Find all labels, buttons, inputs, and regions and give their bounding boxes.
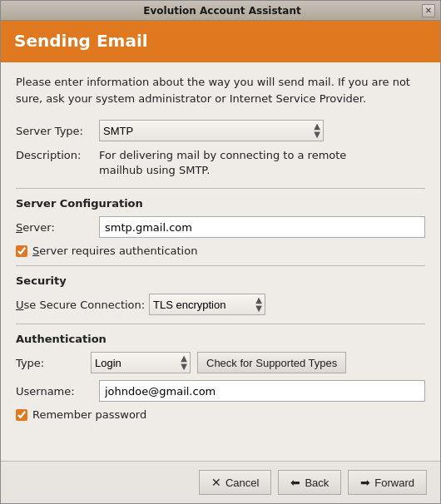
main-window: Evolution Account Assistant ✕ Sending Em… — [0, 0, 441, 504]
remember-label: Remember password — [32, 408, 146, 421]
username-input[interactable] — [99, 380, 425, 402]
header-banner: Sending Email — [1, 21, 440, 62]
window-title: Evolution Account Assistant — [22, 5, 422, 17]
security-select-wrapper: No encryption TLS encryption SSL encrypt… — [149, 294, 265, 315]
forward-button[interactable]: ➡ Forward — [348, 470, 427, 495]
server-label-s-underline: Server: — [16, 221, 55, 234]
auth-type-select-wrapper: Login PLAIN DIGEST-MD5 NTLM ▲▼ — [91, 352, 191, 373]
auth-type-select[interactable]: Login PLAIN DIGEST-MD5 NTLM — [91, 352, 191, 373]
forward-label: Forward — [374, 477, 414, 489]
username-row: Username: — [16, 380, 425, 402]
auth-checkbox-row: Server requires authentication — [16, 245, 425, 257]
forward-icon: ➡ — [360, 476, 370, 489]
auth-type-row: Type: Login PLAIN DIGEST-MD5 NTLM ▲▼ Che… — [16, 352, 425, 373]
security-select[interactable]: No encryption TLS encryption SSL encrypt… — [149, 294, 265, 315]
server-type-select-wrapper: SMTP Sendmail None ▲▼ — [99, 120, 324, 141]
content-area: Please enter information about the way y… — [1, 62, 440, 461]
auth-checkbox[interactable] — [16, 245, 27, 257]
cancel-icon: ✕ — [211, 476, 221, 489]
divider-2 — [16, 265, 425, 266]
description-text: For delivering mail by connecting to a r… — [99, 148, 390, 178]
username-input-wrapper — [99, 380, 425, 402]
footer: ✕ Cancel ⬅ Back ➡ Forward — [1, 461, 440, 503]
back-button[interactable]: ⬅ Back — [278, 470, 341, 495]
close-button[interactable]: ✕ — [422, 4, 435, 17]
server-config-heading: Server Configuration — [16, 197, 425, 210]
server-input[interactable] — [99, 216, 425, 238]
secure-conn-label: Use Secure Connection: — [16, 299, 149, 311]
remember-checkbox[interactable] — [16, 409, 27, 421]
auth-type-label: Type: — [16, 357, 84, 369]
divider-1 — [16, 188, 425, 189]
security-row: Use Secure Connection: No encryption TLS… — [16, 294, 425, 315]
divider-3 — [16, 324, 425, 324]
cancel-button[interactable]: ✕ Cancel — [199, 470, 271, 495]
description-label: Description: — [16, 148, 99, 161]
server-row: Server: — [16, 216, 425, 238]
cancel-label: Cancel — [225, 477, 259, 489]
titlebar: Evolution Account Assistant ✕ — [1, 1, 440, 21]
server-type-select[interactable]: SMTP Sendmail None — [99, 120, 324, 141]
security-heading: Security — [16, 274, 425, 287]
intro-text: Please enter information about the way y… — [16, 74, 425, 106]
server-type-row: Server Type: SMTP Sendmail None ▲▼ — [16, 120, 425, 141]
server-input-wrapper — [99, 216, 425, 238]
auth-checkbox-label: Server requires authentication — [32, 245, 197, 257]
username-label: Username: — [16, 385, 99, 398]
description-row: Description: For delivering mail by conn… — [16, 148, 425, 178]
auth-label-s: Server requires authentication — [32, 245, 197, 257]
back-label: Back — [305, 477, 329, 489]
remember-row: Remember password — [16, 408, 425, 421]
server-label: Server: — [16, 221, 99, 234]
auth-heading: Authentication — [16, 333, 425, 345]
back-icon: ⬅ — [290, 476, 300, 489]
check-supported-types-button[interactable]: Check for Supported Types — [197, 352, 346, 373]
server-type-label: Server Type: — [16, 125, 99, 137]
page-title: Sending Email — [14, 31, 427, 51]
